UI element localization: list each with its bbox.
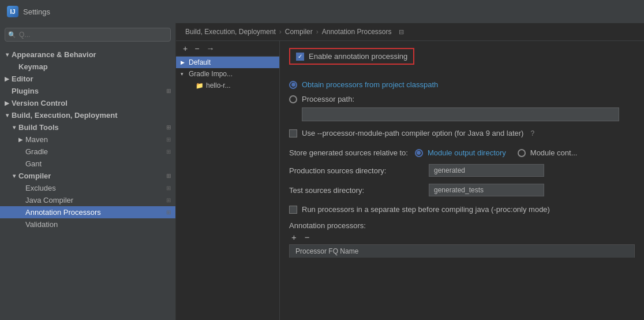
panel-body: + − → ▶ Default ▾ Gradle Impo... � (176, 41, 644, 320)
sidebar-item-label: Compiler (18, 172, 166, 180)
content-area: Build, Execution, Deployment › Compiler … (176, 23, 644, 320)
enable-annotation-label: Enable annotation processing (309, 52, 407, 61)
sidebar-item-build-execution[interactable]: ▾ Build, Execution, Deployment (0, 109, 175, 121)
sidebar-item-maven[interactable]: ▶ Maven ⊞ (0, 133, 175, 146)
use-processor-module-checkbox[interactable] (289, 129, 297, 137)
production-sources-input[interactable] (429, 164, 544, 177)
arrow-icon: ▾ (2, 112, 12, 118)
store-generated-label: Store generated sources relative to: (289, 148, 408, 157)
sidebar-item-label: Annotation Processors (25, 208, 166, 217)
table-col-processor-fq-name: Processor FQ Name (290, 245, 634, 258)
enable-annotation-row: ✓ Enable annotation processing (289, 48, 635, 72)
sidebar-item-gant[interactable]: Gant (0, 158, 175, 170)
search-box: 🔍 (5, 28, 171, 42)
radio-dot (291, 83, 295, 87)
help-icon[interactable]: ? (530, 129, 534, 137)
sidebar-item-label: Keymap (18, 62, 171, 71)
module-output-radio[interactable] (415, 149, 423, 157)
sidebar-item-label: Build, Execution, Deployment (12, 111, 171, 120)
production-sources-label: Production sources directory: (289, 166, 422, 175)
sidebar-item-label: Maven (25, 135, 166, 144)
use-processor-module-row: Use --processor-module-path compiler opt… (289, 126, 635, 140)
sidebar-item-label: Editor (12, 75, 171, 83)
tree-item-label: Default (189, 58, 211, 66)
sidebar-item-gradle[interactable]: Gradle ⊞ (0, 146, 175, 158)
sidebar-item-compiler[interactable]: ▾ Compiler ⊞ (0, 170, 175, 182)
enable-annotation-checkbox[interactable]: ✓ (296, 53, 304, 61)
settings-icon: ⊞ (166, 197, 171, 203)
sidebar-item-plugins[interactable]: Plugins ⊞ (0, 85, 175, 97)
tree-list: ▶ Default ▾ Gradle Impo... 📁 hello-r... (176, 57, 279, 320)
tree-item-default[interactable]: ▶ Default (176, 57, 279, 68)
settings-icon: ⊞ (166, 185, 171, 191)
store-generated-sources-row: Store generated sources relative to: Mod… (289, 145, 635, 161)
breadcrumb-part-2: Compiler (285, 28, 313, 36)
tree-item-label: Gradle Impo... (189, 70, 233, 78)
tree-add-button[interactable]: + (181, 43, 190, 54)
module-content-radio[interactable] (518, 149, 526, 157)
sidebar: 🔍 ▾ Appearance & Behavior Keymap ▶ Edito… (0, 23, 176, 320)
checkmark-icon: ✓ (298, 53, 302, 59)
arrow-icon: ▾ (2, 51, 12, 58)
search-input[interactable] (5, 28, 171, 42)
sidebar-item-validation[interactable]: Validation (0, 218, 175, 230)
sidebar-item-keymap[interactable]: Keymap (0, 61, 175, 73)
arrow-icon: ▾ (9, 124, 18, 131)
annotation-remove-button[interactable]: − (302, 232, 312, 242)
use-processor-module-label: Use --processor-module-path compiler opt… (302, 129, 523, 137)
processor-path-input[interactable] (302, 107, 619, 121)
sidebar-item-annotation-processors[interactable]: Annotation Processors ⊞ (0, 206, 175, 218)
settings-icon: ⊞ (166, 124, 171, 131)
annotation-add-button[interactable]: + (289, 232, 299, 242)
tree-item-hello-r[interactable]: 📁 hello-r... (176, 80, 279, 91)
enable-annotation-checkbox-group: ✓ Enable annotation processing (289, 48, 414, 65)
breadcrumb-sep-1: › (279, 28, 282, 36)
module-content-label: Module cont... (530, 148, 578, 157)
settings-icon: ⊞ (166, 88, 171, 94)
tree-panel: + − → ▶ Default ▾ Gradle Impo... � (176, 41, 280, 320)
processor-path-row[interactable]: Processor path: (289, 93, 635, 105)
nav-tree: ▾ Appearance & Behavior Keymap ▶ Editor … (0, 46, 175, 320)
production-sources-row: Production sources directory: (289, 161, 635, 180)
arrow-icon: ▶ (2, 76, 12, 82)
radio-dot (417, 151, 421, 155)
arrow-icon: ▶ (2, 100, 12, 106)
breadcrumb-menu-icon[interactable]: ⊟ (399, 28, 404, 36)
sidebar-item-label: Version Control (12, 99, 171, 107)
sidebar-item-version-control[interactable]: ▶ Version Control (0, 97, 175, 109)
settings-icon: ⊞ (166, 148, 171, 155)
sidebar-item-editor[interactable]: ▶ Editor (0, 73, 175, 85)
app-icon: IJ (7, 6, 18, 17)
processor-path-radio[interactable] (289, 95, 297, 103)
test-sources-input[interactable] (429, 184, 544, 196)
annotation-table-header: Processor FQ Name (289, 244, 635, 258)
breadcrumb: Build, Execution, Deployment › Compiler … (176, 23, 644, 41)
sidebar-item-label: Appearance & Behavior (12, 50, 171, 59)
sidebar-item-excludes[interactable]: Excludes ⊞ (0, 182, 175, 194)
breadcrumb-part-1: Build, Execution, Deployment (185, 28, 276, 36)
obtain-processors-row[interactable]: Obtain processors from project classpath (289, 79, 635, 91)
tree-remove-button[interactable]: − (192, 43, 201, 54)
tree-next-button[interactable]: → (204, 43, 216, 54)
breadcrumb-part-3: Annotation Processors (322, 28, 392, 36)
test-sources-label: Test sources directory: (289, 186, 422, 195)
tree-toolbar: + − → (176, 41, 279, 57)
tree-item-label: hello-r... (206, 81, 231, 90)
settings-icon: ⊞ (166, 209, 171, 215)
tree-arrow-icon: ▾ (181, 71, 189, 77)
arrow-icon: ▶ (16, 136, 25, 143)
annotation-processors-section: Annotation processors: + − Processor FQ … (289, 221, 635, 258)
sidebar-item-label: Excludes (25, 184, 166, 192)
obtain-processors-radio[interactable] (289, 81, 297, 89)
arrow-icon: ▾ (9, 173, 18, 179)
search-icon: 🔍 (8, 31, 16, 39)
processor-path-label: Processor path: (302, 95, 354, 103)
tree-item-gradle-import[interactable]: ▾ Gradle Impo... (176, 68, 279, 80)
settings-panel: ✓ Enable annotation processing Obtain pr… (280, 41, 644, 320)
run-processors-checkbox[interactable] (289, 206, 297, 214)
sidebar-item-build-tools[interactable]: ▾ Build Tools ⊞ (0, 121, 175, 133)
app-title: Settings (23, 8, 50, 16)
sidebar-item-label: Gant (25, 159, 171, 168)
sidebar-item-java-compiler[interactable]: Java Compiler ⊞ (0, 194, 175, 206)
sidebar-item-appearance[interactable]: ▾ Appearance & Behavior (0, 49, 175, 61)
